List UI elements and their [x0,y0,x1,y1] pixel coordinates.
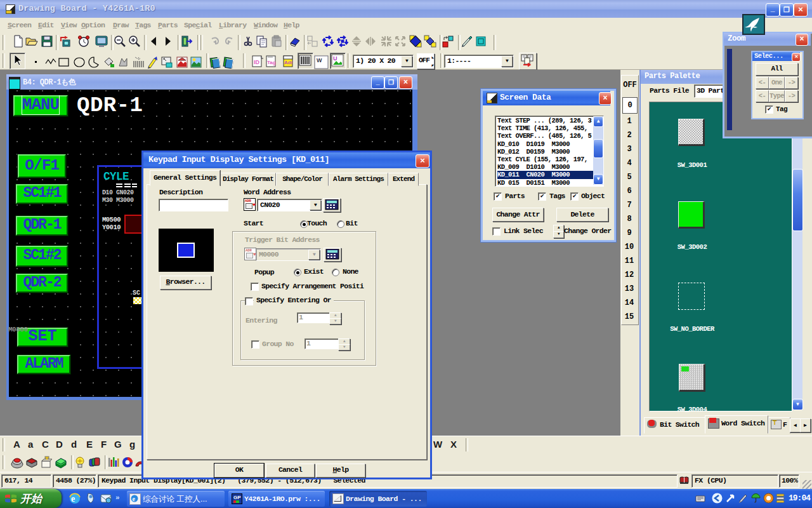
svg-text:e: e [71,494,75,504]
svg-text:Adr: Adr [284,60,293,65]
svg-text:W: W [317,57,322,64]
svg-text:e: e [133,495,136,502]
svg-text:U: U [333,55,337,62]
svg-text:Tag: Tag [267,60,276,65]
svg-text:ID: ID [254,59,260,65]
